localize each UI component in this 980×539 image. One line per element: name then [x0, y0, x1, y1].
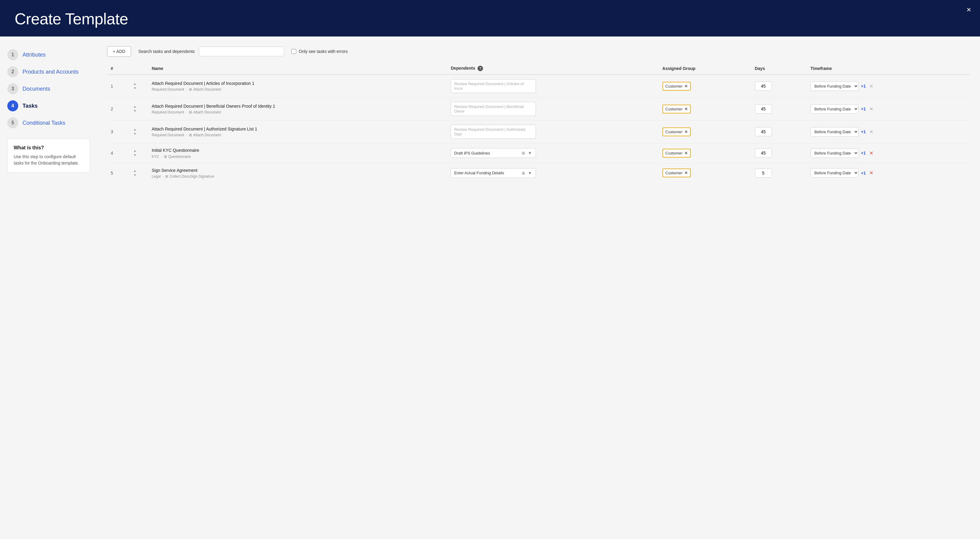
table-row: 1 ▲ ▼ Attach Required Document | Article…	[107, 75, 970, 98]
sidebar-number-4: 4	[7, 100, 18, 111]
task-sub-action: Attach Document	[193, 110, 221, 114]
errors-section: Only see tasks with errors	[291, 49, 348, 54]
sort-up-button[interactable]: ▲	[125, 82, 145, 86]
sidebar-item-documents[interactable]: 3 Documents	[7, 80, 90, 97]
main-layout: 1 Attributes 2 Products and Accounts 3 D…	[0, 37, 980, 183]
dependent-input[interactable]: Review Required Document | Authorized Si…	[451, 125, 536, 139]
errors-checkbox[interactable]	[291, 49, 296, 54]
sort-up-button[interactable]: ▲	[125, 105, 145, 108]
sort-up-button[interactable]: ▲	[125, 128, 145, 131]
task-name-cell: Sign Service Agreement Legal · ⊞ Collect…	[148, 163, 447, 183]
sidebar-item-tasks[interactable]: 4 Tasks	[7, 97, 90, 114]
col-name: Name	[148, 63, 447, 75]
delete-row-button[interactable]: ✕	[868, 83, 875, 89]
task-sub: Required Document · ⊞ Attach Document	[152, 87, 444, 92]
sidebar-item-products[interactable]: 2 Products and Accounts	[7, 63, 90, 80]
page-title: Create Template	[14, 10, 966, 28]
delete-row-button[interactable]: ✕	[868, 150, 875, 156]
task-sub-type: Required Document	[152, 87, 184, 92]
timeframe-select[interactable]: Before Funding Date	[811, 148, 859, 158]
col-num: #	[107, 63, 122, 75]
dep-chevron-button[interactable]: ▼	[527, 171, 533, 175]
group-tag-remove-button[interactable]: ✕	[684, 171, 688, 175]
sort-down-button[interactable]: ▼	[125, 173, 145, 177]
group-tag-remove-button[interactable]: ✕	[684, 130, 688, 134]
search-input[interactable]	[199, 46, 284, 56]
plus-one-button[interactable]: +1	[861, 151, 866, 156]
doc-icon: ⊞	[189, 110, 192, 114]
group-tag-remove-button[interactable]: ✕	[684, 84, 688, 89]
dependents-help-icon[interactable]: ?	[477, 66, 483, 71]
dependent-input[interactable]: Review Required Document | Articles of I…	[451, 79, 536, 93]
days-input[interactable]	[755, 81, 772, 91]
table-header-row: # Name Dependents ? Assigned Group Days …	[107, 63, 970, 75]
delete-row-button[interactable]: ✕	[868, 129, 875, 135]
task-name-cell: Attach Required Document | Articles of I…	[148, 75, 447, 98]
timeframe-select[interactable]: Before Funding Date	[811, 104, 859, 114]
toolbar: + ADD Search tasks and dependents Only s…	[107, 46, 970, 57]
plus-one-button[interactable]: +1	[861, 84, 866, 89]
dependent-input[interactable]: Review Required Document | Beneficial Ow…	[451, 102, 536, 116]
group-tag: Customer ✕	[662, 149, 691, 157]
add-button[interactable]: + ADD	[107, 46, 131, 57]
task-sub-action: Questionnaire	[168, 154, 191, 159]
sort-down-button[interactable]: ▼	[125, 109, 145, 113]
task-sub-type: KYC	[152, 154, 159, 159]
sidebar-item-conditional[interactable]: 5 Conditional Tasks	[7, 114, 90, 131]
plus-one-button[interactable]: +1	[861, 107, 866, 111]
col-timeframe: Timeframe	[807, 63, 970, 75]
sort-arrows: ▲ ▼	[122, 163, 148, 183]
row-number: 5	[107, 163, 122, 183]
dependent-value: Draft IPS Guidelines	[454, 151, 521, 156]
assigned-group-cell: Customer ✕	[659, 163, 751, 183]
delete-row-button[interactable]: ✕	[868, 170, 875, 176]
group-tag: Customer ✕	[662, 105, 691, 113]
plus-one-button[interactable]: +1	[861, 129, 866, 134]
dep-circle-button[interactable]: ⊕	[521, 171, 526, 175]
days-input[interactable]	[755, 148, 772, 157]
task-sub: Legal · ⊞ Collect DocuSign Signature	[152, 174, 444, 178]
doc-icon: ⊞	[189, 133, 192, 137]
group-tag: Customer ✕	[662, 169, 691, 177]
group-tag-remove-button[interactable]: ✕	[684, 151, 688, 156]
group-tag: Customer ✕	[662, 82, 691, 91]
timeframe-cell: Before Funding Date +1 ✕	[807, 143, 970, 163]
sort-down-button[interactable]: ▼	[125, 132, 145, 136]
timeframe-select[interactable]: Before Funding Date	[811, 81, 859, 91]
task-name-cell: Attach Required Document | Beneficial Ow…	[148, 98, 447, 121]
timeframe-select[interactable]: Before Funding Date	[811, 168, 859, 178]
dependent-dropdown[interactable]: Enter Actual Funding Details ⊕ ▼	[451, 168, 536, 178]
close-button[interactable]: ✕	[966, 6, 972, 13]
days-cell	[751, 121, 807, 143]
sort-up-button[interactable]: ▲	[125, 149, 145, 153]
task-name-main: Sign Service Agreement	[152, 168, 444, 174]
info-box-description: Use this step to configure default tasks…	[14, 154, 84, 166]
timeframe-cell: Before Funding Date +1 ✕	[807, 163, 970, 183]
delete-row-button[interactable]: ✕	[868, 106, 875, 112]
dep-circle-button[interactable]: ⊕	[521, 151, 526, 156]
sort-arrows: ▲ ▼	[122, 98, 148, 121]
group-tag-remove-button[interactable]: ✕	[684, 107, 688, 111]
dependent-dropdown[interactable]: Draft IPS Guidelines ⊕ ▼	[451, 148, 536, 158]
days-input[interactable]	[755, 169, 772, 178]
dep-chevron-button[interactable]: ▼	[527, 151, 533, 156]
search-section: Search tasks and dependents	[138, 46, 284, 56]
days-input[interactable]	[755, 127, 772, 136]
sidebar-number-5: 5	[7, 118, 18, 128]
sort-arrows: ▲ ▼	[122, 75, 148, 98]
sort-down-button[interactable]: ▼	[125, 153, 145, 157]
group-tag-label: Customer	[665, 107, 682, 111]
task-sub-type: Legal	[152, 174, 161, 178]
group-tag-label: Customer	[665, 151, 682, 156]
row-number: 2	[107, 98, 122, 121]
sort-down-button[interactable]: ▼	[125, 86, 145, 90]
days-cell	[751, 163, 807, 183]
sidebar: 1 Attributes 2 Products and Accounts 3 D…	[0, 46, 97, 183]
group-tag-label: Customer	[665, 130, 682, 134]
days-input[interactable]	[755, 104, 772, 113]
timeframe-select[interactable]: Before Funding Date	[811, 127, 859, 137]
sidebar-item-attributes[interactable]: 1 Attributes	[7, 46, 90, 63]
sort-up-button[interactable]: ▲	[125, 169, 145, 173]
content-area: + ADD Search tasks and dependents Only s…	[97, 46, 980, 183]
plus-one-button[interactable]: +1	[861, 171, 866, 175]
